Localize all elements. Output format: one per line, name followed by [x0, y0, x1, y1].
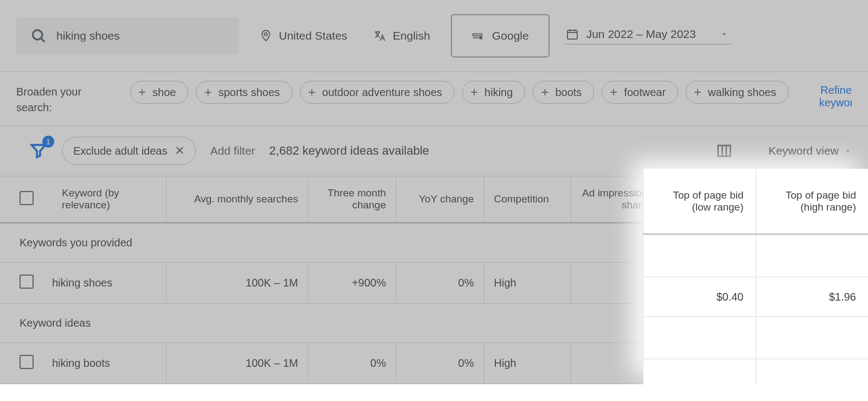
row-checkbox[interactable]	[20, 355, 34, 369]
hl-bid-high: $1.96	[756, 277, 869, 316]
col-competition[interactable]: Competition	[484, 176, 571, 223]
active-filter-chip[interactable]: Exclude adult ideas ✕	[62, 137, 196, 165]
broaden-chip[interactable]: +boots	[533, 81, 594, 104]
columns-icon[interactable]	[716, 143, 732, 159]
results-count: 2,682 keyword ideas available	[269, 144, 429, 158]
network-icon	[471, 30, 483, 42]
cell-competition: High	[484, 263, 571, 304]
chevron-down-icon	[720, 30, 729, 39]
cell-yoy: 0%	[396, 263, 484, 304]
svg-rect-6	[567, 30, 577, 39]
broaden-chip[interactable]: +hiking	[462, 81, 525, 104]
broaden-chip[interactable]: +walking shoes	[686, 81, 789, 104]
cell-avg: 100K – 1M	[166, 343, 308, 384]
broaden-chip[interactable]: +shoe	[130, 81, 188, 104]
add-filter-button[interactable]: Add filter	[210, 144, 255, 157]
row-checkbox[interactable]	[20, 275, 34, 289]
plus-icon: +	[138, 86, 146, 99]
col-keyword[interactable]: Keyword (by relevance)	[52, 176, 166, 223]
broaden-chip-list: +shoe +sports shoes +outdoor adventure s…	[130, 81, 797, 104]
broaden-label: Broaden your search:	[16, 81, 108, 116]
cell-keyword[interactable]: hiking boots	[52, 343, 166, 384]
filter-chip-label: Exclude adult ideas	[73, 145, 167, 157]
view-label: Keyword view	[768, 144, 839, 157]
cell-avg: 100K – 1M	[166, 263, 308, 304]
cell-3m: +900%	[308, 263, 396, 304]
chevron-down-icon	[844, 147, 852, 155]
svg-rect-3	[473, 34, 482, 36]
date-range-label: Jun 2022 – May 2023	[586, 28, 696, 41]
cell-yoy: 0%	[396, 343, 484, 384]
language-selector[interactable]: English	[368, 17, 436, 54]
broaden-search-row: Broaden your search: +shoe +sports shoes…	[0, 72, 868, 126]
filter-funnel-button[interactable]: 1	[29, 141, 48, 161]
plus-icon: +	[610, 86, 617, 99]
network-selector[interactable]: Google	[451, 14, 550, 58]
calendar-icon	[566, 28, 579, 41]
network-label: Google	[492, 29, 529, 42]
location-label: United States	[279, 29, 347, 42]
plus-icon: +	[694, 86, 701, 99]
col-three-month[interactable]: Three month change	[308, 176, 396, 223]
svg-rect-10	[718, 145, 731, 156]
broaden-chip[interactable]: +footwear	[602, 81, 678, 104]
cell-3m: 0%	[308, 343, 396, 384]
svg-point-2	[264, 33, 267, 35]
filter-count-badge: 1	[42, 136, 54, 148]
col-avg[interactable]: Avg. monthly searches	[166, 176, 308, 223]
bid-highlight-panel: Top of page bid (low range) Top of page …	[643, 169, 868, 384]
hl-bid-low: $0.39	[643, 359, 756, 384]
col-yoy[interactable]: YoY change	[396, 176, 484, 223]
close-icon[interactable]: ✕	[175, 144, 184, 158]
keyword-view-dropdown[interactable]: Keyword view	[768, 144, 852, 157]
hl-col-bid-high[interactable]: Top of page bid (high range)	[756, 169, 869, 233]
cell-competition: High	[484, 343, 571, 384]
top-bar: United States English Google Jun 2022 – …	[0, 0, 868, 72]
language-label: English	[393, 29, 430, 42]
plus-icon: +	[308, 86, 316, 99]
hl-col-bid-low[interactable]: Top of page bid (low range)	[643, 169, 756, 233]
date-range-selector[interactable]: Jun 2022 – May 2023	[565, 28, 732, 44]
broaden-chip[interactable]: +sports shoes	[196, 81, 292, 104]
hl-bid-low: $0.40	[643, 277, 756, 316]
svg-line-1	[41, 39, 44, 42]
hl-bid-high: $1.85	[756, 359, 869, 384]
search-input[interactable]	[56, 29, 225, 42]
svg-point-0	[33, 30, 42, 40]
plus-icon: +	[541, 86, 548, 99]
cell-keyword[interactable]: hiking shoes	[52, 263, 166, 304]
search-icon	[30, 28, 47, 44]
svg-point-5	[480, 37, 482, 39]
plus-icon: +	[470, 86, 478, 99]
refine-keywords-link[interactable]: Refine keywords	[819, 81, 852, 109]
search-box[interactable]	[16, 17, 239, 54]
location-selector[interactable]: United States	[254, 17, 353, 54]
translate-icon	[373, 29, 386, 42]
pin-icon	[259, 29, 272, 42]
broaden-chip[interactable]: +outdoor adventure shoes	[300, 81, 455, 104]
plus-icon: +	[204, 86, 212, 99]
select-all-checkbox[interactable]	[20, 191, 34, 205]
